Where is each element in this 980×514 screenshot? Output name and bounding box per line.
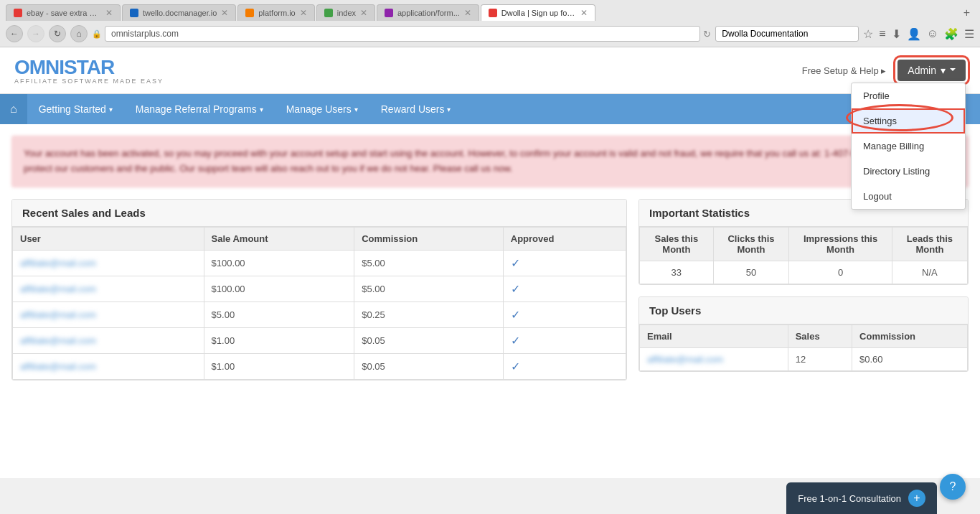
browser-tabs: ebay - save extra 10%...✕twello.docmanag…: [6, 4, 974, 21]
logo-suffix: STAR: [64, 56, 114, 78]
extensions-icon[interactable]: 🧩: [944, 27, 958, 41]
nav-chevron-icon: ▾: [260, 106, 263, 113]
browser-tab-5[interactable]: Dwolla | Sign up for a fre...✕: [481, 4, 595, 21]
admin-button[interactable]: Admin ▾: [897, 60, 966, 81]
site-nav: ⌂ Getting Started▾Manage Referral Progra…: [0, 94, 980, 124]
browser-tab-1[interactable]: twello.docmanager.io✕: [122, 4, 236, 21]
home-icon: ⌂: [10, 103, 17, 116]
dropdown-item-manage-billing[interactable]: Manage Billing: [852, 134, 965, 159]
forward-button[interactable]: →: [27, 25, 44, 42]
top-users-col-sales: Sales: [788, 324, 852, 347]
toolbar-icons: ☆ ≡ ⬇ 👤 ☺ 🧩 ☰: [863, 27, 974, 41]
stats-value-0: 33: [640, 261, 714, 284]
col-header-sale-amount: Sale Amount: [204, 227, 354, 250]
tab-close-4[interactable]: ✕: [464, 8, 471, 18]
browser-tab-0[interactable]: ebay - save extra 10%...✕: [6, 4, 121, 21]
browser-tab-4[interactable]: application/form...✕: [377, 4, 479, 21]
reload-button[interactable]: ↻: [49, 25, 66, 42]
tab-close-2[interactable]: ✕: [300, 8, 307, 18]
table-row: affiliate@mail.com 12 $0.60: [640, 347, 968, 370]
top-user-email: affiliate@mail.com: [640, 347, 788, 370]
stats-value-1: 50: [713, 261, 789, 284]
home-button[interactable]: ⌂: [70, 25, 88, 42]
approved-check: ✓: [503, 302, 626, 327]
stats-value-3: N/A: [892, 261, 967, 284]
important-stats-card: Important Statistics Sales this MonthCli…: [639, 199, 969, 285]
nav-item-label: Reward Users: [381, 103, 445, 115]
table-row: affiliate@mail.com $5.00 $0.25 ✓: [13, 302, 626, 327]
browser-tab-3[interactable]: index✕: [316, 4, 375, 21]
page: OMNISTAR AFFILIATE SOFTWARE MADE EASY Fr…: [0, 47, 980, 478]
nav-chevron-icon: ▾: [354, 106, 358, 113]
logo: OMNISTAR AFFILIATE SOFTWARE MADE EASY: [14, 56, 164, 85]
top-user-sales: 12: [788, 347, 852, 370]
reader-icon[interactable]: ≡: [879, 27, 885, 40]
nav-items: Getting Started▾Manage Referral Programs…: [27, 94, 463, 124]
back-button[interactable]: ←: [6, 25, 23, 42]
user-email: affiliate@mail.com: [13, 302, 204, 327]
sale-amount: $5.00: [204, 302, 354, 327]
user-email: affiliate@mail.com: [13, 327, 204, 353]
commission: $5.00: [354, 250, 504, 276]
bookmark-icon[interactable]: ☆: [863, 27, 873, 41]
recent-sales-title: Recent Sales and Leads: [12, 200, 626, 227]
recent-sales-card: Recent Sales and Leads UserSale AmountCo…: [11, 199, 627, 380]
approved-check: ✓: [503, 250, 626, 276]
top-users-card: Top Users EmailSalesCommission affiliate…: [639, 296, 969, 372]
tab-close-5[interactable]: ✕: [580, 8, 588, 18]
nav-item-reward-users[interactable]: Reward Users▾: [369, 94, 463, 124]
table-row: affiliate@mail.com $1.00 $0.05 ✓: [13, 327, 626, 353]
user-email: affiliate@mail.com: [13, 276, 204, 302]
tab-close-0[interactable]: ✕: [105, 8, 113, 18]
table-row: affiliate@mail.com $100.00 $5.00 ✓: [13, 250, 626, 276]
nav-item-getting-started[interactable]: Getting Started▾: [27, 94, 124, 124]
menu-icon[interactable]: ☰: [964, 27, 974, 41]
smiley-icon[interactable]: ☺: [927, 27, 938, 40]
search-bar[interactable]: [715, 26, 859, 42]
header-right: Free Setup & Help ▸ Admin ▾ ProfileSetti…: [802, 60, 966, 81]
user-email: affiliate@mail.com: [13, 250, 204, 276]
approved-check: ✓: [503, 353, 626, 379]
browser-tab-2[interactable]: platform.io✕: [237, 4, 314, 21]
admin-wrapper: Admin ▾ ProfileSettingsManage BillingDir…: [897, 60, 966, 81]
col-header-user: User: [13, 227, 204, 250]
free-setup-arrow: ▸: [881, 65, 886, 76]
nav-home-button[interactable]: ⌂: [0, 94, 27, 124]
address-bar[interactable]: [105, 26, 700, 42]
dropdown-item-logout[interactable]: Logout: [852, 184, 965, 209]
download-icon[interactable]: ⬇: [892, 27, 901, 41]
stats-table: Sales this MonthClicks this MonthImpress…: [639, 227, 968, 284]
top-user-commission: $0.60: [852, 347, 968, 370]
top-users-title: Top Users: [639, 297, 968, 324]
tab-close-1[interactable]: ✕: [221, 8, 228, 18]
sale-amount: $1.00: [204, 353, 354, 379]
top-users-col-commission: Commission: [852, 324, 968, 347]
approved-check: ✓: [503, 327, 626, 353]
browser-chrome: ebay - save extra 10%...✕twello.docmanag…: [0, 0, 980, 47]
person-icon[interactable]: 👤: [907, 27, 921, 41]
stats-col-sales-this-month: Sales this Month: [640, 227, 714, 261]
nav-item-manage-referral-programs[interactable]: Manage Referral Programs▾: [124, 94, 275, 124]
dropdown-item-profile[interactable]: Profile: [852, 83, 965, 108]
nav-item-manage-users[interactable]: Manage Users▾: [275, 94, 369, 124]
col-header-approved: Approved: [503, 227, 626, 250]
stats-col-impressions-this-month: Impressions this Month: [789, 227, 892, 261]
top-users-col-email: Email: [640, 324, 788, 347]
dropdown-item-directory-listing[interactable]: Directory Listing: [852, 159, 965, 184]
dropdown-item-settings[interactable]: Settings: [852, 108, 965, 134]
logo-tagline: AFFILIATE SOFTWARE MADE EASY: [14, 78, 164, 85]
tab-close-3[interactable]: ✕: [360, 8, 367, 18]
nav-item-label: Getting Started: [39, 103, 106, 115]
chevron-down-icon: ▾: [941, 65, 946, 76]
table-row: affiliate@mail.com $1.00 $0.05 ✓: [13, 353, 626, 379]
content-left: Recent Sales and Leads UserSale AmountCo…: [11, 199, 627, 392]
sale-amount: $100.00: [204, 250, 354, 276]
refresh-icon[interactable]: ↻: [703, 29, 711, 39]
user-email: affiliate@mail.com: [13, 353, 204, 379]
recent-sales-table: UserSale AmountCommissionApproved affili…: [12, 227, 626, 380]
free-setup-link[interactable]: Free Setup & Help ▸: [802, 65, 887, 76]
stats-value-2: 0: [789, 261, 892, 284]
new-tab-button[interactable]: +: [959, 5, 974, 21]
table-row: affiliate@mail.com $100.00 $5.00 ✓: [13, 276, 626, 302]
stats-col-leads-this-month: Leads this Month: [892, 227, 967, 261]
